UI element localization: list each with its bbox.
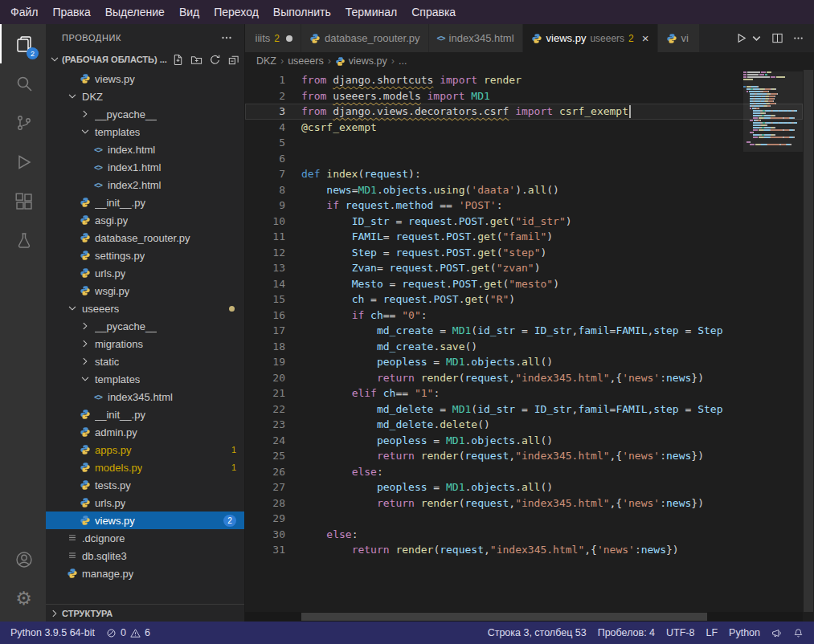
cursor-position[interactable]: Строка 3, столбец 53 <box>482 627 592 638</box>
run-dropdown-icon[interactable] <box>756 32 763 44</box>
tree-file-views.py[interactable]: views.py <box>46 70 244 88</box>
tab-vi[interactable]: vi <box>658 24 700 52</box>
activity-extensions[interactable] <box>0 181 46 221</box>
chevron-right-icon <box>49 608 60 619</box>
eol[interactable]: LF <box>700 627 723 638</box>
tree-file-urls.py[interactable]: urls.py <box>46 264 244 282</box>
code-line: else: <box>301 527 742 543</box>
new-folder-icon[interactable] <box>190 54 202 66</box>
close-tab-button[interactable]: × <box>642 31 649 45</box>
line-number: 7 <box>245 166 285 182</box>
line-number: 14 <box>245 276 285 292</box>
tab-views[interactable]: views.pyuseeers2× <box>523 24 658 52</box>
tree-folder-__pycache__[interactable]: __pycache__ <box>46 317 244 335</box>
tree-folder-__pycache__[interactable]: __pycache__ <box>46 105 244 123</box>
menu-selection[interactable]: Выделение <box>98 0 172 24</box>
indentation[interactable]: Пробелов: 4 <box>592 627 661 638</box>
python-icon <box>78 285 92 296</box>
breadcrumb-item[interactable]: useeers <box>288 55 323 67</box>
more-actions-icon[interactable] <box>792 32 804 44</box>
minimap[interactable] <box>743 71 803 146</box>
tree-file-views.py[interactable]: views.py2 <box>46 512 244 529</box>
breadcrumb-item[interactable]: views.py <box>335 55 387 67</box>
tab-database-roouter[interactable]: database_roouter.py <box>301 24 429 52</box>
python-version[interactable]: Python 3.9.5 64-bit <box>5 622 100 644</box>
menu-view[interactable]: Вид <box>172 0 207 24</box>
activity-search[interactable] <box>0 63 46 103</box>
menu-help[interactable]: Справка <box>404 0 463 24</box>
tree-folder-templates[interactable]: templates <box>46 123 244 141</box>
tree-file-index1.html[interactable]: <>index1.html <box>46 158 244 176</box>
line-number: 31 <box>245 542 285 558</box>
refresh-icon[interactable] <box>209 54 221 66</box>
tree-file-__init__.py[interactable]: __init__.py <box>46 194 244 211</box>
tree-folder-DKZ[interactable]: DKZ <box>46 88 244 105</box>
split-editor-button[interactable] <box>771 32 783 44</box>
activity-bar-top: 2 <box>0 24 46 260</box>
breadcrumb-item[interactable]: ... <box>399 55 407 67</box>
tree-file-manage.py[interactable]: manage.py <box>46 565 244 582</box>
problems-indicator[interactable]: 0 6 <box>100 622 156 644</box>
menu-run[interactable]: Выполнить <box>266 0 338 24</box>
tab-index345[interactable]: <>index345.html <box>429 24 523 52</box>
vertical-scrollbar[interactable] <box>803 70 814 612</box>
tree-file-__init__.py[interactable]: __init__.py <box>46 406 244 423</box>
tree-file-asgi.py[interactable]: asgi.py <box>46 211 244 229</box>
tree-file-admin.py[interactable]: admin.py <box>46 423 244 441</box>
run-button[interactable] <box>735 32 747 44</box>
tree-file-.dcignore[interactable]: .dcignore <box>46 529 244 547</box>
menu-file[interactable]: Файл <box>3 0 45 24</box>
vscode-window: ФайлПравкаВыделениеВидПереходВыполнитьТе… <box>0 0 814 644</box>
menu-edit[interactable]: Правка <box>45 0 97 24</box>
activity-accounts[interactable] <box>0 540 46 579</box>
tree-file-settings.py[interactable]: settings.py <box>46 247 244 264</box>
tree-file-models.py[interactable]: models.py1 <box>46 459 244 476</box>
line-number: 11 <box>245 229 285 245</box>
code-line: return render(request,"index345.html",{'… <box>301 448 742 464</box>
tree-file-index.html[interactable]: <>index.html <box>46 141 244 158</box>
notifications-bell-icon[interactable] <box>787 628 809 638</box>
code-line: from useeers.models import MD1 <box>301 88 742 104</box>
tree-file-urls.py[interactable]: urls.py <box>46 494 244 512</box>
activity-run-debug[interactable] <box>0 142 46 181</box>
tree-file-db.sqlite3[interactable]: db.sqlite3 <box>46 547 244 565</box>
menu-go[interactable]: Переход <box>207 0 266 24</box>
new-file-icon[interactable] <box>172 54 184 66</box>
menu-terminal[interactable]: Терминал <box>338 0 404 24</box>
html-icon: <> <box>91 163 105 172</box>
line-number: 18 <box>245 339 285 355</box>
activity-settings[interactable]: ⚙ <box>0 579 46 618</box>
line-number: 1 <box>245 72 285 88</box>
collapse-all-icon[interactable] <box>227 54 239 66</box>
workspace-section-header[interactable]: (РАБОЧАЯ ОБЛАСТЬ) ... <box>46 51 244 68</box>
tree-file-tests.py[interactable]: tests.py <box>46 476 244 494</box>
megaphone-icon[interactable] <box>766 628 787 638</box>
line-number: 22 <box>245 401 285 418</box>
tree-file-index345.html[interactable]: <>index345.html <box>46 388 244 406</box>
scrollbar-thumb[interactable] <box>301 613 707 621</box>
tree-file-database_roouter.py[interactable]: database_roouter.py <box>46 229 244 247</box>
breadcrumb-item[interactable]: DKZ <box>256 55 276 67</box>
horizontal-scrollbar[interactable] <box>245 612 803 622</box>
python-icon <box>78 267 92 279</box>
activity-testing[interactable] <box>0 221 46 260</box>
more-actions-icon[interactable] <box>220 31 233 44</box>
python-icon <box>78 250 92 261</box>
code-line: md_delete = MD1(id_str = ID_str,famil=FA… <box>301 401 742 418</box>
activity-explorer[interactable]: 2 <box>0 24 46 63</box>
python-icon <box>78 426 92 438</box>
tab-iiits[interactable]: iiits2 <box>245 24 301 52</box>
outline-section-header[interactable]: СТРУКТУРА <box>46 604 244 622</box>
tree-file-wsgi.py[interactable]: wsgi.py <box>46 282 244 300</box>
activity-source-control[interactable] <box>0 103 46 142</box>
editor[interactable]: 1234567891011121314151617181920212223242… <box>245 70 814 622</box>
tab-problems-count: 2 <box>274 33 280 44</box>
language-mode[interactable]: Python <box>723 627 766 638</box>
tree-folder-useeers[interactable]: useeers <box>46 300 244 317</box>
tree-folder-migrations[interactable]: migrations <box>46 335 244 353</box>
encoding[interactable]: UTF-8 <box>661 627 700 638</box>
tree-file-index2.html[interactable]: <>index2.html <box>46 176 244 194</box>
tree-folder-templates[interactable]: templates <box>46 370 244 388</box>
tree-folder-static[interactable]: static <box>46 353 244 370</box>
tree-file-apps.py[interactable]: apps.py1 <box>46 441 244 459</box>
